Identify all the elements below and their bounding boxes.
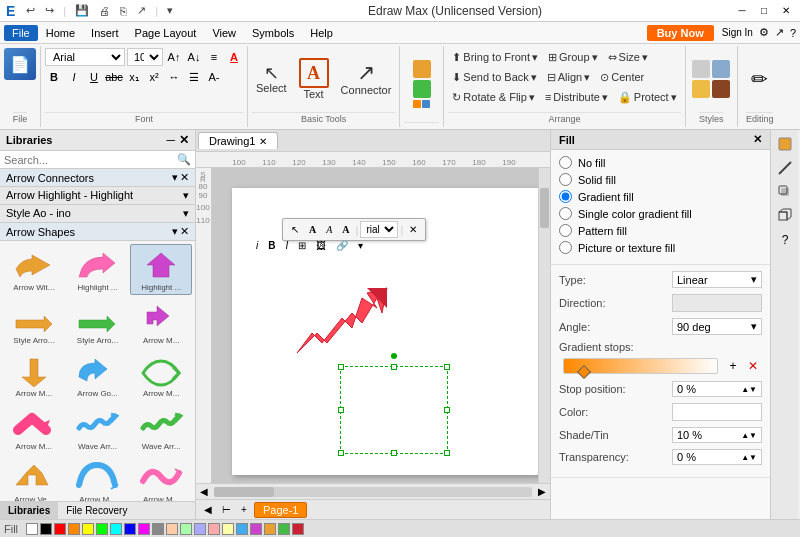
window-controls[interactable]: ─ □ ✕ bbox=[734, 4, 794, 18]
help-icon[interactable]: ? bbox=[790, 27, 796, 39]
color-chip-lightred[interactable] bbox=[208, 523, 220, 535]
fill-type-dropdown[interactable]: ▾ bbox=[751, 273, 757, 286]
indent-button[interactable]: ↔ bbox=[165, 68, 183, 86]
color-chip-lightgreen[interactable] bbox=[180, 523, 192, 535]
color-chip-cyan[interactable] bbox=[110, 523, 122, 535]
ft-text-a3[interactable]: A bbox=[338, 222, 353, 237]
fill-radio-gradient[interactable] bbox=[559, 190, 572, 203]
send-back-button[interactable]: ⬇ Send to Back ▾ bbox=[448, 68, 540, 86]
font-grow-button[interactable]: A↑ bbox=[165, 48, 183, 66]
color-chip-purple[interactable] bbox=[250, 523, 262, 535]
menu-file[interactable]: File bbox=[4, 25, 38, 41]
shape-item-5[interactable]: Arrow M... bbox=[130, 297, 192, 348]
gradient-bar[interactable] bbox=[563, 358, 718, 374]
style-swatch-4[interactable] bbox=[712, 80, 730, 98]
subscript-button[interactable]: x₁ bbox=[125, 68, 143, 86]
color-chip-blue[interactable] bbox=[124, 523, 136, 535]
buy-now-button[interactable]: Buy Now bbox=[647, 25, 714, 41]
scrollbar-h-thumb[interactable] bbox=[214, 487, 274, 497]
handle-tr[interactable] bbox=[444, 364, 450, 370]
fill-radio-nofill[interactable] bbox=[559, 156, 572, 169]
distribute-dropdown[interactable]: ▾ bbox=[602, 91, 608, 104]
underline-button[interactable]: U bbox=[85, 68, 103, 86]
style-ao-expand[interactable]: ▾ bbox=[183, 207, 189, 220]
more-format-button[interactable]: A- bbox=[205, 68, 223, 86]
handle-bl[interactable] bbox=[338, 450, 344, 456]
rotate-flip-button[interactable]: ↻ Rotate & Flip ▾ bbox=[448, 88, 539, 106]
minimize-button[interactable]: ─ bbox=[734, 4, 750, 18]
side-icon-3d[interactable] bbox=[775, 206, 795, 226]
color-chip-skyblue[interactable] bbox=[236, 523, 248, 535]
color-chip-peach[interactable] bbox=[166, 523, 178, 535]
stop-position-control[interactable]: 0 % ▲▼ bbox=[672, 381, 762, 397]
fill-option-nofill[interactable]: No fill bbox=[559, 156, 762, 169]
shape-item-4[interactable]: Style Arro... bbox=[67, 297, 129, 348]
ft-more-btn[interactable]: ▾ bbox=[354, 238, 367, 253]
fill-angle-dropdown[interactable]: ▾ bbox=[751, 320, 757, 333]
save-button[interactable]: 💾 bbox=[72, 3, 92, 18]
menu-insert[interactable]: Insert bbox=[83, 25, 127, 41]
page-first-btn[interactable]: ⊢ bbox=[218, 502, 234, 518]
color-chip-gray[interactable] bbox=[152, 523, 164, 535]
ft-image-btn[interactable]: 🖼 bbox=[312, 238, 330, 253]
color-chip-amber[interactable] bbox=[264, 523, 276, 535]
transparency-spinner[interactable]: ▲▼ bbox=[741, 453, 757, 462]
ft-bold-btn[interactable]: B bbox=[264, 238, 279, 253]
search-icon[interactable]: 🔍 bbox=[177, 153, 191, 166]
shape-green[interactable] bbox=[413, 80, 431, 98]
font-shrink-button[interactable]: A↓ bbox=[185, 48, 203, 66]
libraries-search-input[interactable] bbox=[4, 154, 177, 166]
arrow-highlight-section[interactable]: Arrow Highlight - Highlight ▾ bbox=[0, 187, 195, 205]
group-button[interactable]: ⊞ Group ▾ bbox=[544, 48, 602, 66]
menu-view[interactable]: View bbox=[204, 25, 244, 41]
editing-icon[interactable]: ✏ bbox=[751, 67, 768, 91]
align-dropdown[interactable]: ▾ bbox=[584, 71, 590, 84]
side-icon-shadow[interactable] bbox=[775, 182, 795, 202]
page-prev-btn[interactable]: ◀ bbox=[200, 502, 216, 518]
fill-option-pattern[interactable]: Pattern fill bbox=[559, 224, 762, 237]
handle-ml[interactable] bbox=[338, 407, 344, 413]
fill-color-control[interactable] bbox=[672, 403, 762, 421]
shape-item-0[interactable]: Arrow Wit... bbox=[3, 244, 65, 295]
fill-option-picture[interactable]: Picture or texture fill bbox=[559, 241, 762, 254]
arrow-shapes-section[interactable]: Arrow Shapes ▾ ✕ bbox=[0, 223, 195, 241]
fill-panel-close[interactable]: ✕ bbox=[753, 133, 762, 146]
fill-type-control[interactable]: Linear ▾ bbox=[672, 271, 762, 288]
undo-button[interactable]: ↩ bbox=[23, 3, 38, 18]
color-chip-red[interactable] bbox=[54, 523, 66, 535]
share-icon[interactable]: ↗ bbox=[775, 26, 784, 39]
menu-home[interactable]: Home bbox=[38, 25, 83, 41]
text-align-button[interactable]: ≡ bbox=[205, 48, 223, 66]
horizontal-scrollbar[interactable] bbox=[214, 487, 532, 497]
shape-item-6[interactable]: Arrow M... bbox=[3, 350, 65, 401]
superscript-button[interactable]: x² bbox=[145, 68, 163, 86]
color-chip-orange[interactable] bbox=[68, 523, 80, 535]
fill-option-solid[interactable]: Solid fill bbox=[559, 173, 762, 186]
connector-tool-button[interactable]: ↗ Connector bbox=[337, 53, 396, 105]
arrow-connectors-section[interactable]: Arrow Connectors ▾ ✕ bbox=[0, 169, 195, 187]
ft-select-btn[interactable]: ↖ bbox=[287, 222, 303, 237]
side-icon-line[interactable] bbox=[775, 158, 795, 178]
libraries-tab[interactable]: Libraries bbox=[0, 502, 58, 519]
strikethrough-button[interactable]: abc bbox=[105, 68, 123, 86]
distribute-button[interactable]: ≡ Distribute ▾ bbox=[541, 88, 612, 106]
fill-radio-picture[interactable] bbox=[559, 241, 572, 254]
style-swatch-1[interactable] bbox=[692, 60, 710, 78]
shape-item-1[interactable]: Highlight ... bbox=[67, 244, 129, 295]
side-icon-question[interactable]: ? bbox=[775, 230, 795, 250]
center-button[interactable]: ⊙ Center bbox=[596, 68, 648, 86]
style-ao-section[interactable]: Style Ao - ino ▾ bbox=[0, 205, 195, 223]
canvas-page[interactable]: ↖ A A A | rial | ✕ i B I bbox=[232, 188, 542, 475]
shape-item-13[interactable]: Arrow M... bbox=[67, 456, 129, 501]
vertical-scrollbar[interactable] bbox=[538, 168, 550, 483]
print-button[interactable]: 🖨 bbox=[96, 4, 113, 18]
group-dropdown[interactable]: ▾ bbox=[592, 51, 598, 64]
send-back-dropdown[interactable]: ▾ bbox=[531, 71, 537, 84]
style-swatch-3[interactable] bbox=[692, 80, 710, 98]
bullet-button[interactable]: ☰ bbox=[185, 68, 203, 86]
quick-access-toolbar[interactable]: E ↩ ↪ | 💾 🖨 ⎘ ↗ | ▾ bbox=[6, 3, 176, 19]
font-size-select[interactable]: 10 bbox=[127, 48, 163, 66]
shape-item-10[interactable]: Wave Arr... bbox=[67, 403, 129, 454]
shape-item-2[interactable]: Highlight ... bbox=[130, 244, 192, 295]
ft-table-btn[interactable]: ⊞ bbox=[294, 238, 310, 253]
